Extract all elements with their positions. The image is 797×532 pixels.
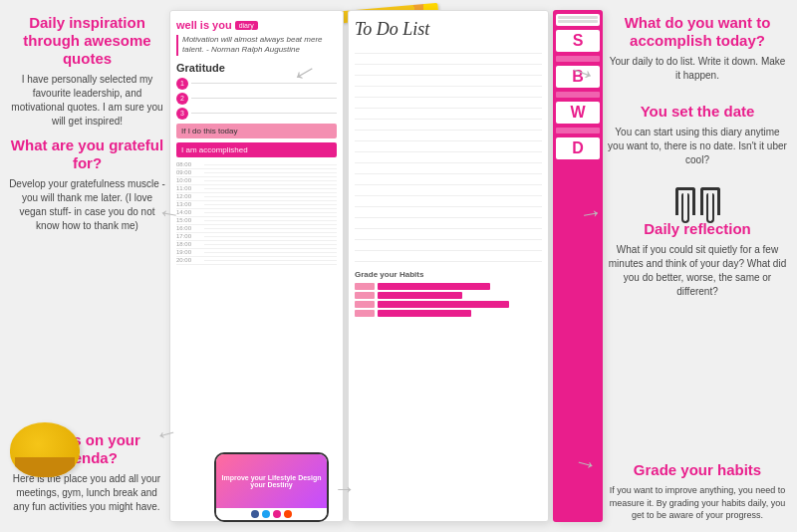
arrow-mid-left: ←: [155, 197, 183, 229]
todo-line-1: [355, 46, 542, 54]
set-date-heading: You set the date: [606, 103, 789, 121]
todo-line-17: [355, 221, 542, 229]
habit-bar-4: [378, 310, 471, 317]
page: Daily inspiration through awesome quotes…: [0, 0, 797, 532]
time-slot-1700: 17:00: [176, 233, 337, 241]
todo-line-2: [355, 57, 542, 65]
time-slot-2000: 20:00: [176, 257, 337, 265]
time-slot-1300: 13:00: [176, 201, 337, 209]
time-label-1600: 16:00: [176, 225, 204, 231]
diary-mockup: well is you diary Motivation will almost…: [169, 10, 344, 522]
phone-mockup: Improve your Lifestyle Design your Desti…: [214, 452, 329, 522]
clip-1: [675, 187, 695, 215]
section-daily-inspiration: Daily inspiration through awesome quotes…: [8, 14, 166, 129]
diary-logo-text: well is you: [176, 19, 232, 31]
reflection-text: What if you could sit quietly for a few …: [606, 243, 789, 299]
todo-line-15: [355, 199, 542, 207]
grateful-text: Develop your gratefulness muscle - you w…: [8, 177, 166, 233]
set-date-text: You can start using this diary anytime y…: [606, 126, 789, 167]
gratitude-item-3: 3: [176, 108, 337, 120]
phone-icon-facebook: [251, 510, 259, 518]
grateful-heading: What are you grateful for?: [8, 136, 166, 172]
todo-line-20: [355, 254, 542, 262]
habit-row-3: [355, 301, 542, 308]
section-reflection: Daily reflection What if you could sit q…: [606, 187, 789, 299]
time-slot-0900: 09:00: [176, 169, 337, 177]
grade-habits-text: If you want to improve anything, you nee…: [606, 484, 789, 522]
todo-line-4: [355, 79, 542, 87]
date-stripe-2: [556, 92, 600, 98]
time-label-1200: 12:00: [176, 193, 204, 199]
time-slots: 08:00 09:00 10:00 11:00 12:00 13:00 14:0…: [176, 161, 337, 265]
time-slot-1200: 12:00: [176, 193, 337, 201]
habit-label-2: [355, 292, 375, 299]
time-label-1900: 19:00: [176, 249, 204, 255]
todo-line-12: [355, 166, 542, 174]
time-slot-1500: 15:00: [176, 217, 337, 225]
time-slot-1100: 11:00: [176, 185, 337, 193]
todo-line-5: [355, 90, 542, 98]
diary-logo: well is you diary: [176, 19, 337, 31]
food-image: [10, 422, 80, 477]
todo-title: To Do List: [355, 19, 542, 40]
accomplish-text: Your daily to do list. Write it down. Ma…: [606, 55, 789, 83]
reflection-heading: Daily reflection: [606, 220, 789, 238]
todo-line-16: [355, 210, 542, 218]
time-label-1100: 11:00: [176, 185, 204, 191]
time-label-1000: 10:00: [176, 177, 204, 183]
time-label-0900: 09:00: [176, 169, 204, 175]
habit-bar-3: [378, 301, 509, 308]
diary-tag: diary: [235, 21, 258, 30]
habit-label-3: [355, 301, 375, 308]
habit-label-4: [355, 310, 375, 317]
habit-bars: [355, 283, 542, 317]
clips-decoration: [606, 187, 789, 215]
phone-icon-pinterest: [284, 510, 292, 518]
gratitude-num-2: 2: [176, 93, 188, 105]
grade-habits-heading: Grade your habits: [606, 461, 789, 479]
date-letter-s: S: [556, 30, 600, 52]
arrow-phone-right: →: [334, 476, 356, 502]
daily-inspiration-heading: Daily inspiration through awesome quotes: [8, 14, 166, 68]
time-slot-1800: 18:00: [176, 241, 337, 249]
accomplish-heading: What do you want to accomplish today?: [606, 14, 789, 50]
time-slot-1900: 19:00: [176, 249, 337, 257]
todo-line-18: [355, 232, 542, 240]
todo-line-8: [355, 123, 542, 131]
time-slot-1600: 16:00: [176, 225, 337, 233]
phone-icon-twitter: [262, 510, 270, 518]
agenda-text: Here is the place you add all your meeti…: [8, 472, 165, 514]
clip-2: [700, 187, 720, 215]
todo-line-3: [355, 68, 542, 76]
habit-row-2: [355, 292, 542, 299]
time-label-2000: 20:00: [176, 257, 204, 263]
habit-row-1: [355, 283, 542, 290]
todo-line-6: [355, 101, 542, 109]
time-label-1800: 18:00: [176, 241, 204, 247]
diary-quote: Motivation will almost always beat mere …: [176, 35, 337, 56]
time-slot-1000: 10:00: [176, 177, 337, 185]
todo-line-10: [355, 144, 542, 152]
todo-line-7: [355, 112, 542, 120]
phone-social-icons: [216, 508, 327, 520]
date-letter-w: W: [556, 102, 600, 124]
phone-icon-instagram: [273, 510, 281, 518]
habit-row-4: [355, 310, 542, 317]
gratitude-num-1: 1: [176, 78, 188, 90]
grade-habits-title: Grade your Habits: [355, 270, 542, 279]
center-mockups: well is you diary Motivation will almost…: [169, 10, 603, 522]
time-label-1700: 17:00: [176, 233, 204, 239]
right-column: What do you want to accomplish today? Yo…: [598, 0, 797, 532]
date-stripe-3: [556, 128, 600, 133]
todo-line-11: [355, 155, 542, 163]
gratitude-line-2: [191, 98, 337, 99]
section-accomplish: What do you want to accomplish today? Yo…: [606, 14, 789, 83]
accomplished-box: I am accomplished: [176, 142, 337, 157]
phone-frame: Improve your Lifestyle Design your Desti…: [214, 452, 329, 522]
habit-bar-2: [378, 292, 462, 299]
todo-line-13: [355, 177, 542, 185]
date-line-2: [558, 20, 598, 23]
section-grateful: What are you grateful for? Develop your …: [8, 136, 166, 233]
date-line-1: [558, 16, 598, 19]
date-top-bar: [556, 14, 600, 26]
